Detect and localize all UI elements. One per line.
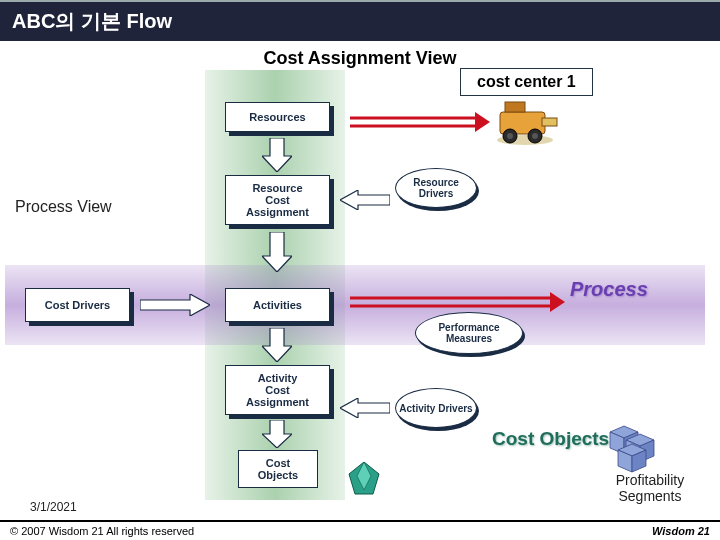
page-title: ABC의 기본 Flow [0,0,720,41]
cost-center-box: cost center 1 [460,68,593,96]
svg-rect-7 [542,118,557,126]
cost-objects-box: Cost Objects [238,450,318,488]
cost-objects-label: Cost Objects [492,428,609,450]
process-view-label: Process View [15,198,112,216]
svg-point-6 [532,133,538,139]
svg-marker-10 [475,112,490,132]
resources-box: Resources [225,102,330,132]
copyright: © 2007 Wisdom 21 All rights reserved [10,525,194,537]
svg-marker-17 [140,294,210,316]
machine-icon [490,100,560,149]
svg-marker-13 [550,292,565,312]
performance-measures-cloud: Performance Measures [415,312,523,354]
process-label: Process [570,278,648,301]
svg-point-5 [507,133,513,139]
gem-icon [345,460,383,502]
svg-marker-16 [262,232,292,272]
arrow-down-2 [262,232,292,272]
diagram-canvas: Cost Assignment View cost center 1 Proce… [0,40,720,510]
cost-drivers-box: Cost Drivers [25,288,130,322]
arrow-activity-drivers [340,398,390,418]
footer: © 2007 Wisdom 21 All rights reserved Wis… [0,520,720,540]
subtitle: Cost Assignment View [0,48,720,69]
arrow-down-4 [262,420,292,448]
date-label: 3/1/2021 [30,500,77,514]
arrow-resource-drivers [340,190,390,210]
activities-box: Activities [225,288,330,322]
activity-cost-assignment-box: Activity Cost Assignment [225,365,330,415]
cube-icon [600,418,662,480]
svg-marker-14 [262,138,292,172]
arrow-down-3 [262,328,292,362]
svg-marker-15 [340,190,390,210]
arrow-down-1 [262,138,292,172]
profitability-label: Profitability Segments [600,472,700,504]
resource-drivers-cloud: Resource Drivers [395,168,477,208]
svg-marker-18 [262,328,292,362]
red-arrow-top [350,110,490,136]
arrow-cost-drivers [140,294,210,316]
svg-marker-19 [340,398,390,418]
brand: Wisdom 21 [652,525,710,537]
activity-drivers-cloud: Activity Drivers [395,388,477,428]
resource-cost-assignment-box: Resource Cost Assignment [225,175,330,225]
svg-marker-20 [262,420,292,448]
svg-rect-2 [505,102,525,112]
